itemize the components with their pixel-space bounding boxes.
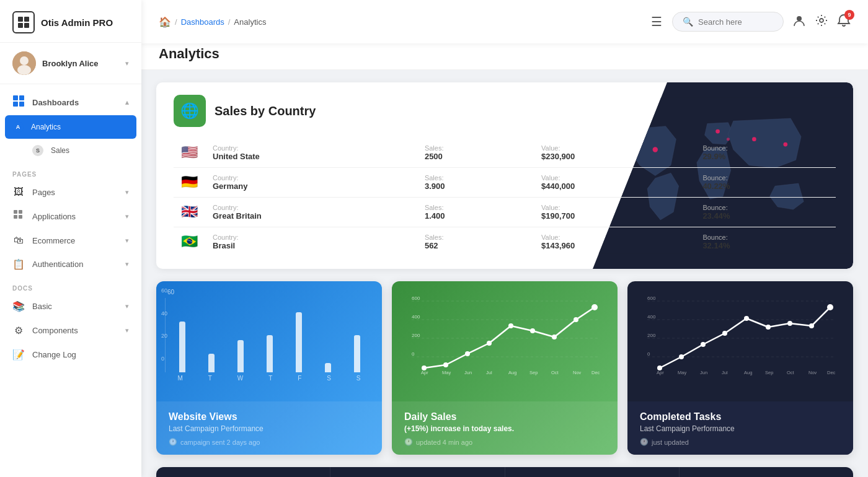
completed-tasks-info: Completed Tasks Last Campaign Performanc… (627, 401, 853, 455)
user-menu-icon[interactable] (792, 14, 806, 30)
sidebar-item-changelog[interactable]: 📝 Change Log (0, 343, 141, 367)
svg-point-15 (797, 16, 802, 21)
bar-column (200, 298, 223, 372)
home-icon[interactable]: 🏠 (159, 16, 171, 28)
svg-text:Sep: Sep (765, 370, 773, 375)
chart-row: 60 MTWTFSS 60 40 20 0 (156, 281, 853, 455)
svg-point-32 (443, 362, 448, 367)
user-name: Brooklyn Alice (42, 59, 119, 68)
sales-title: Sales by Country (215, 104, 316, 118)
svg-rect-11 (14, 210, 17, 214)
bar-column (170, 298, 193, 372)
settings-icon[interactable] (815, 14, 828, 30)
sidebar-item-authentication[interactable]: 📋 Authentication ▾ (0, 252, 141, 276)
svg-text:Aug: Aug (744, 370, 752, 375)
menu-icon[interactable]: ☰ (651, 14, 662, 29)
svg-text:Sep: Sep (529, 370, 538, 375)
logo-text: Otis Admin PRO (41, 17, 113, 28)
svg-point-39 (591, 304, 598, 310)
auth-icon: 📋 (12, 258, 25, 270)
svg-text:Nov: Nov (808, 370, 817, 375)
daily-sales-subtitle: (+15%) increase in today sales. (404, 424, 605, 433)
sidebar-dashboards-label: Dashboards (32, 98, 79, 107)
svg-text:400: 400 (412, 314, 420, 320)
chevron-down-icon4: ▾ (125, 237, 129, 245)
svg-text:Dec: Dec (591, 370, 600, 375)
bar (237, 340, 244, 373)
bar (267, 335, 273, 372)
header: 🏠 / Dashboards / Analytics ☰ 🔍 9 (141, 0, 868, 43)
svg-point-61 (744, 316, 749, 321)
bar (354, 335, 360, 372)
sidebar-item-sales[interactable]: S Sales (0, 139, 141, 162)
bar-column (258, 298, 281, 372)
svg-text:Jul: Jul (722, 370, 728, 375)
bar-column (316, 298, 339, 372)
breadcrumb-current: Analytics (234, 17, 266, 27)
stat-item: 👥 Followers +91 (680, 467, 853, 477)
website-views-chart: 60 MTWTFSS 60 40 20 0 (156, 281, 382, 401)
chevron-down-icon3: ▾ (125, 212, 129, 221)
breadcrumb-dashboards[interactable]: Dashboards (181, 17, 224, 27)
sidebar-item-applications[interactable]: Applications ▾ (0, 204, 141, 229)
svg-rect-12 (19, 210, 22, 214)
svg-text:400: 400 (647, 314, 656, 320)
analytics-dot: A (12, 121, 24, 133)
svg-point-6 (17, 65, 31, 75)
sidebar-item-analytics[interactable]: A Analytics (5, 115, 136, 139)
country-table: 🇺🇸 Country: United State Sales: 2500 Val… (174, 138, 836, 256)
sidebar-item-ecommerce[interactable]: 🛍 Ecommerce ▾ (0, 229, 141, 252)
bar (325, 363, 331, 372)
website-views-footer: 🕐 campaign sent 2 days ago (169, 438, 370, 446)
stat-item: 📊 Today's Users 2,300 (330, 467, 505, 477)
changelog-icon: 📝 (12, 349, 25, 361)
svg-point-33 (465, 351, 470, 356)
breadcrumb-sep2: / (228, 17, 231, 27)
daily-sales-title: Daily Sales (404, 411, 605, 422)
sidebar-item-components[interactable]: ⚙ Components ▾ (0, 318, 141, 343)
chevron-up-icon: ▴ (125, 98, 129, 107)
stats-row: 🛋 Bookings 281 📊 Today's Users 2,300 🏪 R… (156, 467, 853, 477)
docs-section-label: DOCS (0, 276, 141, 294)
chevron-down-icon2: ▾ (125, 188, 129, 196)
sidebar-item-dashboards[interactable]: Dashboards ▴ (0, 89, 141, 115)
sidebar: Otis Admin PRO Brooklyn Alice ▾ Dashboar… (0, 0, 141, 477)
svg-point-35 (508, 323, 513, 328)
table-row: 🇬🇧 Country: Great Britain Sales: 1.400 V… (174, 198, 836, 227)
svg-rect-8 (19, 95, 24, 100)
website-views-info: Website Views Last Campaign Performance … (156, 401, 382, 455)
stat-item: 🏪 Revenue 34k (505, 467, 680, 477)
search-box[interactable]: 🔍 (672, 12, 784, 32)
sales-dot: S (32, 145, 43, 156)
user-profile[interactable]: Brooklyn Alice ▾ (0, 43, 141, 84)
website-views-subtitle: Last Campaign Performance (169, 424, 370, 433)
ecommerce-icon: 🛍 (12, 235, 25, 246)
svg-text:Apr: Apr (421, 370, 428, 375)
applications-icon (12, 210, 25, 222)
svg-point-5 (20, 56, 29, 65)
daily-sales-info: Daily Sales (+15%) increase in today sal… (392, 401, 618, 455)
sidebar-item-basic[interactable]: 📚 Basic ▾ (0, 294, 141, 318)
svg-text:600: 600 (412, 295, 420, 301)
search-input[interactable] (698, 17, 773, 27)
sales-by-country-card: 🌐 Sales by Country 🇺🇸 Country: United St… (156, 82, 853, 269)
svg-rect-0 (18, 17, 23, 22)
bar (179, 322, 185, 373)
sidebar-item-pages[interactable]: 🖼 Pages ▾ (0, 180, 141, 204)
svg-rect-3 (24, 23, 29, 28)
svg-text:200: 200 (647, 333, 656, 338)
content-area: 🌐 Sales by Country 🇺🇸 Country: United St… (141, 70, 868, 477)
bar-column (345, 298, 368, 372)
header-right: 🔍 9 (672, 12, 851, 32)
svg-point-36 (530, 328, 535, 333)
svg-text:Oct: Oct (551, 370, 559, 375)
notifications-icon[interactable]: 9 (837, 14, 851, 30)
pages-icon: 🖼 (12, 186, 25, 198)
svg-text:Oct: Oct (787, 370, 795, 375)
bar-column (287, 298, 310, 372)
bar-column (229, 298, 252, 372)
notification-badge: 9 (844, 10, 854, 20)
svg-rect-9 (13, 102, 18, 107)
svg-rect-14 (19, 215, 22, 219)
svg-point-38 (574, 317, 578, 322)
